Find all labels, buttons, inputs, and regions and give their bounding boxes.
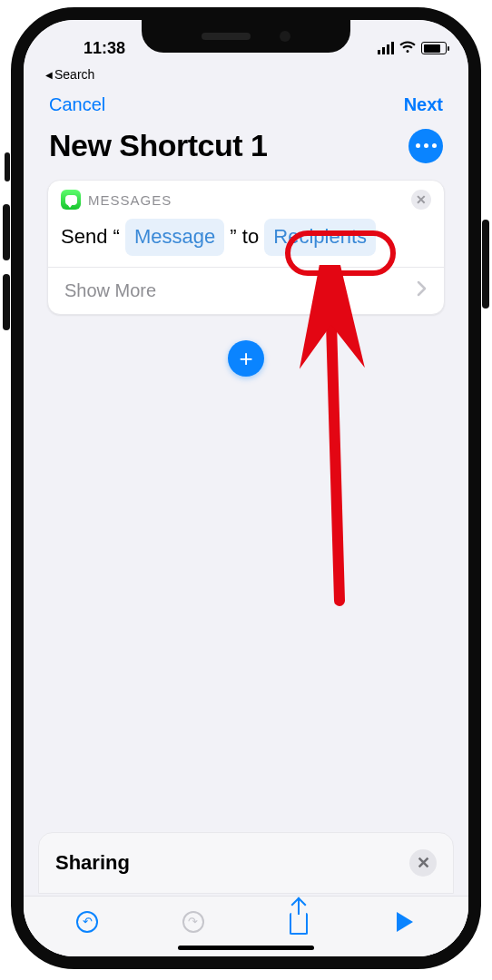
back-to-app[interactable]: ◀ Search [24,67,468,85]
run-button[interactable] [390,907,419,936]
cellular-icon [378,42,394,54]
more-button[interactable] [408,129,443,163]
page-title: New Shortcut 1 [49,128,267,163]
message-token[interactable]: Message [125,219,224,256]
undo-button[interactable]: ↶ [73,907,102,936]
redo-button: ↷ [179,907,208,936]
status-time: 11:38 [45,39,163,58]
chevron-right-icon [417,280,428,301]
power-button [482,220,489,309]
summary-mid: ” to [230,225,259,248]
screen: 11:38 ◀ Search Cancel Next New Shortcut … [24,20,468,956]
show-more-row[interactable]: Show More [48,267,444,314]
back-app-label: Search [54,67,94,82]
volume-down [3,274,10,330]
sharing-label: Sharing [55,851,130,875]
add-action-button[interactable]: + [228,340,264,377]
sharing-panel[interactable]: Sharing ✕ [38,832,454,894]
share-button[interactable] [284,907,313,936]
summary-prefix: Send “ [61,225,120,248]
battery-icon [421,42,447,54]
close-sharing-button[interactable]: ✕ [409,849,437,877]
mute-switch [5,152,10,181]
wifi-icon [399,41,416,56]
messages-app-icon [61,190,81,210]
cancel-button[interactable]: Cancel [49,94,105,115]
next-button[interactable]: Next [404,94,443,115]
action-summary: Send “ Message ” to Recipients [61,219,431,267]
volume-up [3,204,10,260]
show-more-label: Show More [64,280,156,301]
recipients-token[interactable]: Recipients [264,219,376,256]
home-indicator [178,946,314,950]
status-bar: 11:38 [24,20,468,67]
device-frame: 11:38 ◀ Search Cancel Next New Shortcut … [11,7,481,969]
remove-action-button[interactable]: ✕ [411,190,431,210]
action-card: MESSAGES ✕ Send “ Message ” to Recipient… [47,180,445,315]
action-app-label: MESSAGES [88,192,172,208]
back-triangle-icon: ◀ [45,70,53,80]
